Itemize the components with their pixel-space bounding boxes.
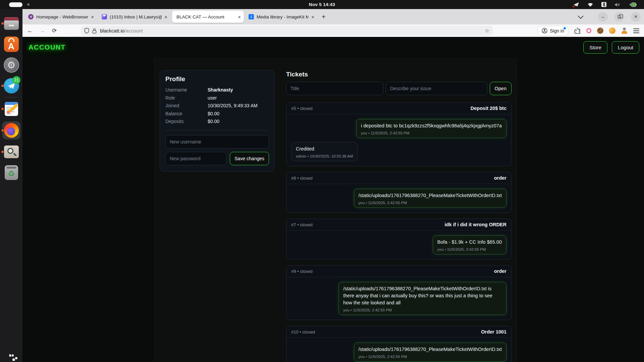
user-message-bubble: Bofa - $1.9k + CC Info $65.00 you • 11/5… bbox=[433, 235, 506, 254]
text-editor-icon bbox=[5, 102, 18, 116]
extension-tampermonkey-icon[interactable] bbox=[609, 27, 615, 34]
new-ticket-form: Open bbox=[286, 82, 512, 95]
store-button[interactable]: Store bbox=[583, 41, 607, 54]
new-password-input[interactable] bbox=[165, 152, 226, 165]
forward-button[interactable]: → bbox=[40, 27, 45, 34]
system-clock[interactable]: Nov 5 14:43 bbox=[309, 2, 335, 7]
volume-muted-icon[interactable] bbox=[614, 2, 621, 7]
lock-icon[interactable] bbox=[92, 28, 97, 34]
dock-item-software-store[interactable]: A bbox=[0, 34, 22, 55]
tab-close-icon[interactable]: × bbox=[91, 14, 94, 20]
page-title: ACCOUNT bbox=[29, 44, 66, 51]
ticket-card-6: #6 • closed order /static/uploads/176179… bbox=[286, 172, 512, 213]
mail-favicon bbox=[102, 14, 107, 19]
sign-in-button[interactable]: Sign in bbox=[538, 26, 568, 36]
tab-title: (1010) Inbox | M.Lawrys@ bbox=[110, 14, 162, 19]
admin-message-bubble: Credited admin • 10/30/2025, 10:55:38 AM bbox=[291, 142, 358, 161]
row-value: 10/30/2025, 9:49:33 AM bbox=[208, 102, 258, 110]
wifi-icon[interactable] bbox=[587, 2, 593, 7]
browser-window: ✳ Homepage - WebBrowser × (1010) Inbox |… bbox=[22, 9, 644, 362]
save-changes-button[interactable]: Save changes bbox=[230, 152, 269, 165]
reload-button[interactable]: ⟳ bbox=[52, 27, 57, 34]
tab-list-chevron-icon[interactable] bbox=[578, 13, 584, 19]
bookmark-star-icon[interactable]: ☆ bbox=[485, 27, 489, 34]
message-row: /static/uploads/1761796388270_PleaseMake… bbox=[291, 343, 506, 362]
message-meta: you • 11/5/2025, 2:42:55 PM bbox=[437, 247, 502, 251]
dock-item-settings[interactable]: ⚙ bbox=[0, 55, 22, 75]
profile-row-joined: Joined 10/30/2025, 9:49:33 AM bbox=[165, 102, 269, 110]
navigation-bar: ← → ⟳ blackcatt.io/account ☆ Sign in bbox=[22, 24, 644, 37]
tab-inbox[interactable]: (1010) Inbox | M.Lawrys@ × bbox=[99, 11, 170, 23]
webbrowser-favicon: ✳ bbox=[28, 14, 34, 19]
row-value: Sharknasty bbox=[208, 86, 233, 94]
back-button[interactable]: ← bbox=[27, 27, 33, 34]
firefox-active-highlight bbox=[2, 121, 20, 139]
logout-button[interactable]: Logout bbox=[612, 41, 639, 54]
dock-item-text-editor[interactable] bbox=[0, 99, 22, 119]
new-tab-button[interactable]: + bbox=[322, 13, 326, 21]
ticket-header: #7 • closed idk if i did it wrong ORDER bbox=[286, 219, 511, 231]
tab-close-icon[interactable]: × bbox=[164, 14, 167, 20]
shield-icon[interactable] bbox=[84, 28, 89, 34]
ticket-id-status: #9 • closed bbox=[291, 269, 313, 274]
extension-account-icon[interactable] bbox=[621, 27, 628, 34]
tab-title: BLACK CAT — Account bbox=[175, 14, 235, 19]
url-path: /account bbox=[124, 28, 143, 34]
url-bar[interactable]: blackcatt.io/account ☆ bbox=[81, 26, 493, 36]
row-label: Username bbox=[165, 86, 208, 94]
message-row: Bofa - $1.9k + CC Info $65.00 you • 11/5… bbox=[291, 235, 506, 254]
extension-adblock-icon[interactable] bbox=[586, 28, 591, 33]
tab-media-library[interactable]: i Media library - ImageKit M × bbox=[246, 11, 317, 23]
telegram-indicator-icon[interactable] bbox=[573, 2, 579, 7]
minimize-button[interactable]: – bbox=[598, 12, 608, 22]
dock-item-screenshot-tool[interactable] bbox=[0, 141, 22, 162]
software-store-icon: A bbox=[4, 37, 19, 52]
files-icon bbox=[4, 17, 19, 30]
dock-item-firefox[interactable] bbox=[0, 119, 22, 141]
ticket-header: #9 • closed order bbox=[286, 265, 511, 277]
extensions-puzzle-icon[interactable] bbox=[574, 27, 581, 34]
tickets-panel: Tickets Open #5 • closed Deposit 20$ btc bbox=[286, 70, 512, 362]
ticket-issue-input[interactable] bbox=[386, 82, 487, 95]
ticket-messages: /static/uploads/1761796388270_PleaseMake… bbox=[286, 184, 511, 213]
message-row: Credited admin • 10/30/2025, 10:55:38 AM bbox=[291, 142, 506, 161]
workspace-pill[interactable] bbox=[9, 2, 22, 7]
bluetooth-icon[interactable] bbox=[601, 2, 606, 7]
profile-row-deposits: Deposits $0.00 bbox=[165, 118, 269, 126]
ticket-subject: idk if i did it wrong ORDER bbox=[445, 222, 506, 227]
ticket-title-input[interactable] bbox=[286, 82, 383, 95]
open-ticket-button[interactable]: Open bbox=[490, 82, 512, 95]
menu-hamburger-icon[interactable] bbox=[633, 28, 639, 33]
tab-homepage[interactable]: ✳ Homepage - WebBrowser × bbox=[25, 11, 97, 23]
row-value: $0.00 bbox=[208, 110, 219, 118]
tab-close-icon[interactable]: × bbox=[311, 14, 314, 20]
battery-icon[interactable] bbox=[629, 2, 637, 7]
dock: A ⚙ 21 ♻ bbox=[0, 9, 22, 362]
workspace-dot[interactable] bbox=[27, 3, 30, 6]
ticket-messages: i deposited btc to bc1qzk9zzs2f5kxqgwhfc… bbox=[286, 114, 511, 166]
url-host: blackcatt.io bbox=[100, 28, 124, 34]
tab-bar: ✳ Homepage - WebBrowser × (1010) Inbox |… bbox=[22, 9, 644, 24]
ticket-card-5: #5 • closed Deposit 20$ btc i deposited … bbox=[286, 102, 512, 166]
dock-item-files[interactable] bbox=[0, 13, 22, 34]
ticket-subject: order bbox=[494, 268, 506, 274]
ticket-card-9: #9 • closed order /static/uploads/176179… bbox=[286, 265, 512, 320]
profile-heading: Profile bbox=[165, 75, 269, 83]
new-username-input[interactable] bbox=[165, 135, 269, 148]
message-row: /static/uploads/1761796388270_PleaseMake… bbox=[291, 282, 506, 315]
message-text: /static/uploads/1761796388270_PleaseMake… bbox=[343, 285, 502, 306]
close-window-button[interactable]: × bbox=[631, 12, 641, 22]
profile-row-role: Role user bbox=[165, 94, 269, 102]
row-label: Deposits bbox=[165, 118, 208, 126]
tab-black-cat-account[interactable]: BLACK CAT — Account × bbox=[172, 11, 244, 23]
dock-item-telegram[interactable]: 21 bbox=[0, 75, 22, 96]
restore-button[interactable] bbox=[614, 12, 624, 22]
user-message-bubble: /static/uploads/1761796388270_PleaseMake… bbox=[354, 343, 506, 362]
dock-item-trash[interactable]: ♻ bbox=[0, 162, 22, 183]
divider bbox=[165, 130, 269, 130]
extension-cookie-icon[interactable] bbox=[597, 27, 603, 34]
tab-close-icon[interactable]: × bbox=[238, 14, 241, 20]
ticket-subject: order bbox=[494, 175, 506, 181]
trash-icon: ♻ bbox=[5, 165, 18, 180]
system-tray[interactable] bbox=[573, 2, 637, 7]
